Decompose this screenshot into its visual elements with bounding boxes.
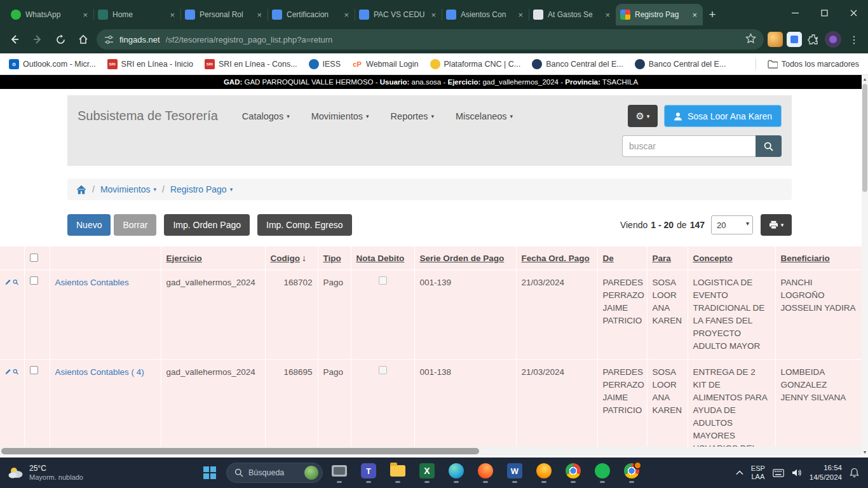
horizontal-scrollbar-thumb[interactable]: [1, 448, 479, 454]
imp-orden-pago-button[interactable]: Imp. Orden Pago: [164, 214, 250, 236]
menu-movimientos[interactable]: Movimientos ▾: [311, 111, 369, 121]
column-header-link[interactable]: Para: [653, 254, 671, 263]
scroll-down-icon[interactable]: ▾: [862, 448, 868, 456]
bookmark-iess[interactable]: IESS: [309, 59, 341, 69]
user-button[interactable]: Sosa Loor Ana Karen: [664, 105, 782, 127]
tab-close-icon[interactable]: ×: [81, 10, 89, 20]
touch-keyboard-icon[interactable]: [773, 469, 784, 477]
tab-certificacion[interactable]: Certificacion ×: [268, 4, 355, 25]
volume-icon[interactable]: [792, 468, 802, 477]
chrome-active-app-icon[interactable]: [619, 459, 644, 487]
tab-at-gastos[interactable]: At Gastos Se ×: [529, 4, 616, 25]
file-explorer-app-icon[interactable]: [385, 459, 410, 487]
menu-miscelaneos[interactable]: Miscelaneos ▾: [456, 111, 513, 121]
imp-comp-egreso-button[interactable]: Imp. Comp. Egreso: [257, 214, 352, 236]
menu-catalogos[interactable]: Catalogos ▾: [242, 111, 290, 121]
extension-icon[interactable]: [768, 32, 783, 47]
bookmark-outlook[interactable]: o Outlook.com - Micr...: [9, 59, 96, 69]
forward-icon[interactable]: [28, 30, 47, 49]
back-icon[interactable]: [5, 30, 24, 49]
excel-app-icon[interactable]: X: [414, 459, 440, 487]
profile-avatar[interactable]: [825, 31, 841, 48]
column-header-link[interactable]: Nota Debito: [356, 254, 405, 263]
edit-pencil-icon[interactable]: [5, 367, 11, 376]
address-bar[interactable]: fingads.net/sf2/tesoreria/registro_pago_…: [97, 29, 764, 50]
page-size-select[interactable]: 20: [711, 215, 753, 234]
column-header-link[interactable]: Codigo: [271, 254, 301, 263]
tab-close-icon[interactable]: ×: [604, 10, 611, 20]
vertical-scrollbar[interactable]: ▴ ▾: [862, 75, 868, 456]
tab-home[interactable]: Home ×: [93, 4, 180, 25]
chrome-app-icon[interactable]: [560, 459, 586, 487]
tab-asientos[interactable]: Asientos Con ×: [442, 4, 529, 25]
bookmark-webmail[interactable]: cP Webmail Login: [352, 59, 418, 69]
weather-widget[interactable]: 25°C Mayorm. nublado: [0, 464, 91, 482]
clock-widget[interactable]: 16:54 14/5/2024: [810, 463, 842, 482]
refresh-icon[interactable]: [51, 30, 70, 49]
browser-menu-icon[interactable]: ⋮: [845, 34, 863, 46]
view-magnifier-icon[interactable]: [13, 278, 18, 287]
start-button[interactable]: [197, 459, 222, 487]
edit-pencil-icon[interactable]: [5, 278, 11, 287]
language-indicator[interactable]: ESP LAA: [751, 464, 765, 481]
row-checkbox[interactable]: [30, 276, 38, 285]
select-all-checkbox[interactable]: [30, 254, 38, 262]
nuevo-button[interactable]: Nuevo: [67, 214, 111, 236]
home-icon[interactable]: [76, 185, 86, 194]
bookmark-bce-1[interactable]: Banco Central del E...: [532, 59, 623, 69]
search-input[interactable]: [622, 135, 756, 157]
breadcrumb-registro-pago[interactable]: Registro Pago ▾: [170, 184, 233, 194]
taskbar-search[interactable]: Búsqueda: [226, 463, 323, 483]
new-tab-button[interactable]: +: [703, 5, 722, 24]
maximize-icon[interactable]: [810, 0, 839, 25]
borrar-button[interactable]: Borrar: [114, 214, 156, 236]
column-header-link[interactable]: Tipo: [323, 254, 341, 263]
vertical-scrollbar-thumb[interactable]: [862, 84, 867, 192]
browser-home-icon[interactable]: [74, 30, 93, 49]
edge-app-icon[interactable]: [444, 459, 469, 487]
view-magnifier-icon[interactable]: [13, 367, 18, 376]
search-button[interactable]: [756, 135, 782, 157]
bookmark-sri-consultas[interactable]: SRI SRI en Línea - Cons...: [205, 59, 297, 69]
all-bookmarks-button[interactable]: Todos los marcadores: [768, 60, 859, 69]
column-header-link[interactable]: Ejercicio: [166, 254, 202, 263]
spotify-app-icon[interactable]: [590, 459, 615, 487]
firefox-app-icon[interactable]: [473, 459, 498, 487]
bookmark-star-icon[interactable]: [745, 33, 756, 46]
scroll-up-icon[interactable]: ▴: [862, 75, 868, 83]
asientos-contables-link[interactable]: Asientos Contables: [55, 278, 129, 287]
tab-close-icon[interactable]: ×: [517, 10, 524, 20]
breadcrumb-movimientos[interactable]: Movimientos ▾: [100, 184, 156, 194]
column-header-link[interactable]: Serie Orden de Pago: [420, 254, 505, 263]
column-header-link[interactable]: Beneficiario: [781, 254, 830, 263]
column-header-link[interactable]: Concepto: [693, 254, 733, 263]
column-header-link[interactable]: De: [603, 254, 614, 263]
extensions-puzzle-icon[interactable]: [806, 32, 821, 47]
sort-desc-icon[interactable]: ↓: [302, 253, 306, 263]
extension-icon[interactable]: [787, 32, 802, 47]
tab-whatsapp[interactable]: WhatsApp ×: [6, 4, 93, 25]
minimize-icon[interactable]: [780, 0, 810, 25]
bookmark-bce-2[interactable]: Banco Central del E...: [635, 59, 726, 69]
word-app-icon[interactable]: W: [502, 459, 527, 487]
tab-close-icon[interactable]: ×: [430, 10, 437, 20]
settings-button[interactable]: ⚙ ▾: [628, 105, 658, 127]
asientos-contables-link[interactable]: Asientos Contables ( 4): [55, 367, 144, 377]
tab-close-icon[interactable]: ×: [255, 10, 263, 20]
notifications-bell-icon[interactable]: [850, 468, 859, 478]
nota-debito-checkbox[interactable]: [379, 366, 387, 374]
tab-pac-vs-cedu[interactable]: PAC VS CEDU ×: [355, 4, 442, 25]
nota-debito-checkbox[interactable]: [379, 276, 387, 285]
column-header-link[interactable]: Fecha Ord. Pago: [522, 254, 590, 263]
tab-close-icon[interactable]: ×: [691, 10, 698, 20]
taskview-app-icon[interactable]: [327, 459, 352, 487]
bookmark-sri-inicio[interactable]: SRI SRI en Línea - Inicio: [107, 59, 193, 69]
print-button[interactable]: ▾: [761, 214, 792, 236]
tab-close-icon[interactable]: ×: [168, 10, 176, 20]
site-settings-icon[interactable]: [104, 35, 114, 44]
firefox2-app-icon[interactable]: [531, 459, 557, 487]
menu-reportes[interactable]: Reportes ▾: [391, 111, 434, 121]
tab-registro-pago-active[interactable]: Registro Pag ×: [616, 4, 703, 25]
bookmark-cnc[interactable]: Plataforma CNC | C...: [430, 59, 521, 69]
tray-overflow-chevron-icon[interactable]: [736, 470, 743, 475]
